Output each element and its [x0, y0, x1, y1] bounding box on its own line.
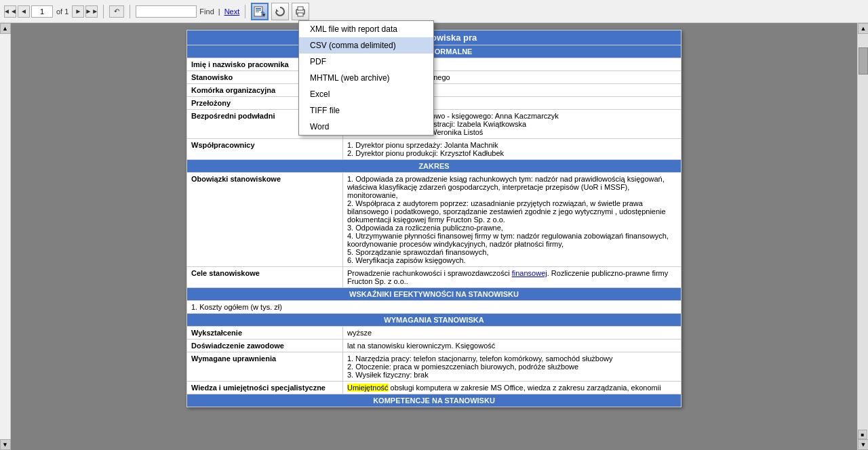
- table-row-wspolpracownicy: Współpracownicy 1. Dyrektor pionu sprzed…: [187, 139, 682, 160]
- main-area: ▲ ▼ Opis stanowiska pra SPRAWY FORMALNE …: [0, 23, 868, 450]
- scroll-up-button[interactable]: ▲: [858, 23, 868, 34]
- last-page-button[interactable]: ►►: [85, 5, 98, 18]
- table-row-koszty: 1. Koszty ogółem (w tys. zł): [187, 301, 682, 314]
- refresh-button[interactable]: [271, 3, 289, 20]
- svg-rect-9: [298, 13, 303, 16]
- value-wspolpracownicy: 1. Dyrektor pionu sprzedaży: Jolanta Mac…: [343, 139, 682, 160]
- table-row-obowiazki: Obowiązki stanowiskowe 1. Odpowiada za p…: [187, 173, 682, 267]
- table-row-doswiadczenie: Doświadczenie zawodowe lat na stanowisku…: [187, 340, 682, 352]
- pipe-separator: |: [217, 7, 222, 16]
- value-wyksztalcenie: wyższe: [343, 327, 682, 340]
- table-row: Imię i nazwisko pracownika Kazimierz Gru…: [187, 58, 682, 71]
- right-scrollbar: ▲ ■ ▼: [857, 23, 868, 450]
- section-wymagania: WYMAGANIA STANOWISKA: [187, 314, 682, 327]
- table-row: Stanowisko Dyrektor pionu ekonomicznego: [187, 71, 682, 84]
- label-wymagane: Wymagane uprawnienia: [187, 352, 343, 382]
- scrollbar-thumb[interactable]: [859, 47, 868, 75]
- wymagane-item-2: 2. Otoczenie: praca w pomieszczeniach bi…: [347, 363, 677, 371]
- wymagane-item-1: 1. Narzędzia pracy: telefon stacjonarny,…: [347, 354, 677, 363]
- table-row-bezposredni: Bezpośredni podwładni 1. Kierownik dział…: [187, 110, 682, 139]
- svg-rect-8: [298, 7, 303, 10]
- label-obowiazki: Obowiązki stanowiskowe: [187, 173, 343, 267]
- left-scroll-up[interactable]: ▲: [0, 23, 11, 34]
- table-row-cele: Cele stanowiskowe Prowadzenie rachunkowo…: [187, 267, 682, 288]
- value-obowiazki: 1. Odpowiada za prowadzenie ksiąg rachun…: [343, 173, 682, 267]
- find-input[interactable]: [136, 5, 197, 18]
- scrollbar-track[interactable]: [858, 34, 868, 430]
- wspolpracownicy-item-2: 2. Dyrektor pionu produkcji: Krzysztof K…: [347, 149, 677, 157]
- scroll-down-button[interactable]: ▼: [858, 439, 868, 450]
- print-icon: [295, 6, 306, 17]
- next-label[interactable]: Next: [224, 7, 240, 16]
- wymagane-item-3: 3. Wysiłek fizyczny: brak: [347, 371, 677, 379]
- toolbar: ◄◄ ◄ 1 of 1 ► ►► ↶ Find | Next ▼: [0, 0, 868, 23]
- refresh-icon: [275, 6, 285, 17]
- value-wymagane: 1. Narzędzia pracy: telefon stacjonarny,…: [343, 352, 682, 382]
- separator3: [245, 5, 245, 18]
- table-row: Przełożony Prezes: Iva Adamski: [187, 97, 682, 110]
- value-cele: Prowadzenie rachunkowości i sprawozdawcz…: [343, 267, 682, 288]
- table-row: Komórka organizacyjna Pion ekonomiczny: [187, 84, 682, 97]
- value-koszty: 1. Koszty ogółem (w tys. zł): [187, 301, 682, 314]
- wspolpracownicy-item-1: 1. Dyrektor pionu sprzedaży: Jolanta Mac…: [347, 141, 677, 149]
- separator2: [130, 5, 130, 18]
- page-total-label: of 1: [54, 7, 71, 16]
- left-scroll: ▲ ▼: [0, 23, 11, 450]
- report-container[interactable]: Opis stanowiska pra SPRAWY FORMALNE Imię…: [11, 23, 857, 450]
- export-mhtml-item[interactable]: MHTML (web archive): [299, 70, 433, 86]
- value-doswiadczenie: lat na stanowisku kierowniczym. Księgowo…: [343, 340, 682, 352]
- table-row-wiedza: Wiedza i umiejętności specjalistyczne Um…: [187, 382, 682, 394]
- export-csv-item[interactable]: CSV (comma delimited): [299, 37, 433, 54]
- report-table: Opis stanowiska pra SPRAWY FORMALNE Imię…: [186, 30, 682, 407]
- report-page: Opis stanowiska pra SPRAWY FORMALNE Imię…: [186, 30, 682, 407]
- section-zakres: ZAKRES: [187, 160, 682, 173]
- separator1: [103, 5, 104, 18]
- export-button[interactable]: ▼: [251, 3, 269, 20]
- export-tiff-item[interactable]: TIFF file: [299, 102, 433, 119]
- export-dropdown: XML file with report data CSV (comma del…: [298, 20, 434, 136]
- section-wskazniki: WSKAŹNIKI EFEKTYWNOŚCI NA STANOWISKU: [187, 288, 682, 301]
- left-scroll-down[interactable]: ▼: [0, 439, 11, 450]
- table-row-wyksztalcenie: Wykształcenie wyższe: [187, 327, 682, 340]
- nav-controls: ◄◄ ◄ 1 of 1 ► ►►: [4, 5, 98, 18]
- export-pdf-item[interactable]: PDF: [299, 54, 433, 70]
- section-sprawy: SPRAWY FORMALNE: [187, 45, 682, 58]
- export-word-item[interactable]: Word: [299, 119, 433, 135]
- report-title: Opis stanowiska pra: [187, 30, 682, 45]
- svg-rect-1: [256, 8, 261, 9]
- section-kompetencje: KOMPETENCJE NA STANOWISKU: [187, 394, 682, 407]
- first-page-button[interactable]: ◄◄: [4, 5, 16, 18]
- value-wiedza: Umiejętność obsługi komputera w zakresie…: [343, 382, 682, 394]
- label-wiedza: Wiedza i umiejętności specjalistyczne: [187, 382, 343, 394]
- prev-page-button[interactable]: ◄: [18, 5, 30, 18]
- export-excel-item[interactable]: Excel: [299, 86, 433, 102]
- label-doswiadczenie: Doświadczenie zawodowe: [187, 340, 343, 352]
- scroll-mid: ■: [858, 430, 867, 439]
- export-xml-item[interactable]: XML file with report data: [299, 21, 433, 37]
- label-cele: Cele stanowiskowe: [187, 267, 343, 288]
- table-row-wymagane: Wymagane uprawnienia 1. Narzędzia pracy:…: [187, 352, 682, 382]
- find-label: Find: [199, 7, 214, 16]
- label-wspolpracownicy: Współpracownicy: [187, 139, 343, 160]
- back-button[interactable]: ↶: [109, 5, 124, 18]
- next-page-button[interactable]: ►: [72, 5, 84, 18]
- wiedza-highlight: Umiejętność: [347, 384, 389, 392]
- page-number-input[interactable]: 1: [31, 5, 53, 18]
- label-wyksztalcenie: Wykształcenie: [187, 327, 343, 340]
- svg-marker-6: [276, 9, 279, 12]
- dropdown-arrow-icon: ▼: [261, 12, 267, 18]
- svg-rect-2: [256, 10, 261, 11]
- cele-text: Prowadzenie rachunkowości i sprawozdawcz…: [347, 269, 668, 285]
- print-button[interactable]: [292, 3, 309, 20]
- svg-rect-3: [256, 12, 259, 12]
